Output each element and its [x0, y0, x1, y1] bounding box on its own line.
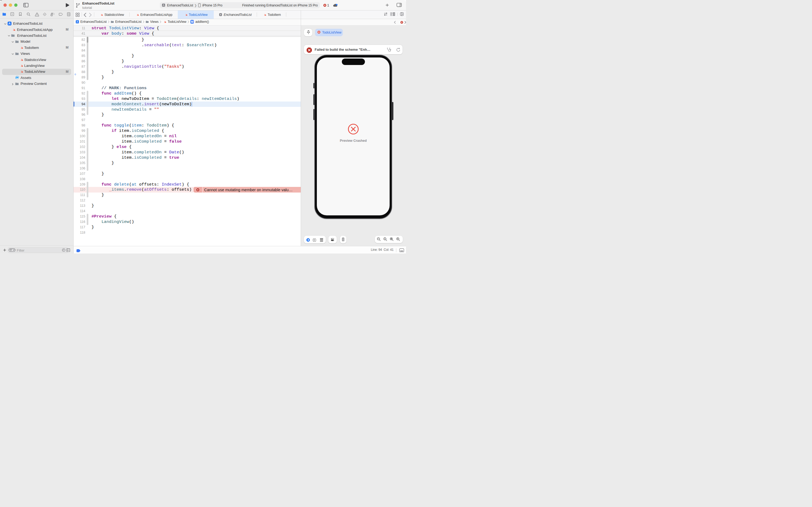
svg-text:1: 1 [385, 238, 386, 240]
